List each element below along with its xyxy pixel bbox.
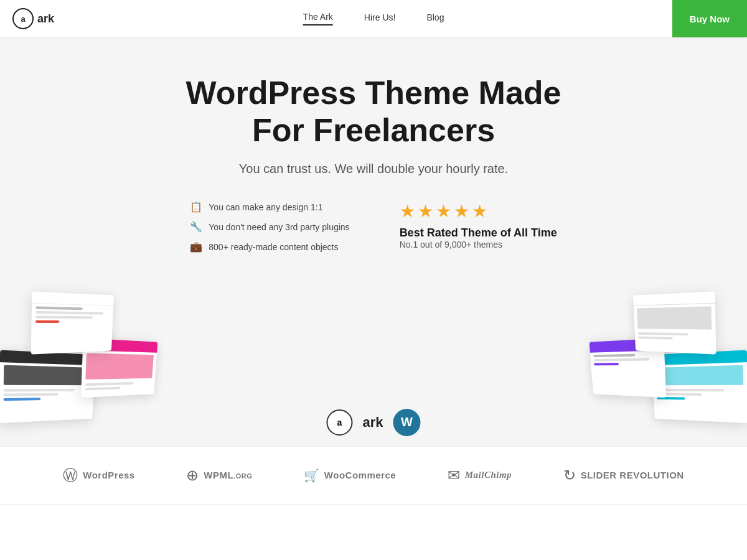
logo-a: a <box>21 14 25 24</box>
features-list: 📋 You can make any design 1:1 🔧 You don'… <box>190 201 349 253</box>
logo[interactable]: a ark <box>12 8 54 29</box>
slider-icon: ↻ <box>563 467 576 484</box>
feature-text-2: You don't need any 3rd party plugins <box>209 222 349 232</box>
section2-title: What can you create with The Ark? <box>37 554 710 560</box>
wordpress-icon: W <box>393 409 421 436</box>
feature-text-3: 800+ ready-made content objects <box>209 242 338 252</box>
copy-icon: 📋 <box>190 201 202 213</box>
brand-slider-revolution: ↻ SLIDER REVOLUTION <box>563 467 684 484</box>
mailchimp-icon: ✉ <box>448 467 460 484</box>
hero-subtitle: You can trust us. We will double your ho… <box>12 162 735 176</box>
brand-mailchimp-name: MailChimp <box>465 470 512 480</box>
star-2: ★ <box>418 201 433 222</box>
left-mockups <box>0 272 174 446</box>
center-logo-text: ark <box>362 414 383 431</box>
feature-item-3: 💼 800+ ready-made content objects <box>190 241 349 253</box>
nav-blog[interactable]: Blog <box>426 12 444 25</box>
hero-center-brand: a ark W <box>311 399 435 446</box>
rating-subtitle: No.1 out of 9,000+ themes <box>400 240 557 250</box>
mockup-card-right-3 <box>633 291 716 354</box>
brand-wpml-name: WPML.ORG <box>204 470 252 480</box>
mockup-card-left-3 <box>31 291 114 354</box>
wordpress-brand-icon: Ⓦ <box>63 465 78 485</box>
center-logo-a: a <box>337 418 342 427</box>
rating-title: Best Rated Theme of All Time <box>400 226 557 240</box>
star-4: ★ <box>454 201 469 222</box>
star-3: ★ <box>436 201 451 222</box>
nav-the-ark[interactable]: The Ark <box>303 12 333 26</box>
wpml-icon: ⊕ <box>186 467 199 484</box>
mockup-card-right-1 <box>652 350 747 423</box>
stars: ★ ★ ★ ★ ★ <box>400 201 557 222</box>
brand-wordpress-name: WordPress <box>83 470 134 480</box>
logo-circle: a <box>12 8 34 29</box>
mockup-area: a ark W <box>12 272 735 446</box>
brand-mailchimp: ✉ MailChimp <box>448 467 512 484</box>
hero-features: 📋 You can make any design 1:1 🔧 You don'… <box>12 201 735 253</box>
nav-hire-us[interactable]: Hire Us! <box>364 12 396 25</box>
brand-wordpress: Ⓦ WordPress <box>63 465 134 485</box>
site-header: a ark The Ark Hire Us! Blog Buy Now <box>0 0 747 37</box>
brand-woocommerce: 🛒 WooCommerce <box>304 468 396 483</box>
woo-icon: 🛒 <box>304 468 319 483</box>
feature-text-1: You can make any design 1:1 <box>209 202 322 212</box>
star-5: ★ <box>472 201 487 222</box>
main-nav: The Ark Hire Us! Blog <box>303 12 444 26</box>
buy-now-button[interactable]: Buy Now <box>672 0 747 37</box>
brand-slider-name: SLIDER REVOLUTION <box>581 470 684 480</box>
feature-item-1: 📋 You can make any design 1:1 <box>190 201 349 213</box>
brand-woo-name: WooCommerce <box>324 470 396 480</box>
rating-block: ★ ★ ★ ★ ★ Best Rated Theme of All Time N… <box>400 201 557 253</box>
brands-section: Ⓦ WordPress ⊕ WPML.ORG 🛒 WooCommerce ✉ M… <box>0 446 747 505</box>
section2: What can you create with The Ark? Finall… <box>0 505 747 560</box>
hero-title: WordPress Theme Made For Freelancers <box>156 75 591 149</box>
hero-section: WordPress Theme Made For Freelancers You… <box>0 37 747 446</box>
logo-text: ark <box>37 12 54 26</box>
brand-wpml: ⊕ WPML.ORG <box>186 467 252 484</box>
plugin-icon: 🔧 <box>190 221 202 233</box>
content-icon: 💼 <box>190 241 202 253</box>
feature-item-2: 🔧 You don't need any 3rd party plugins <box>190 221 349 233</box>
star-1: ★ <box>400 201 415 222</box>
center-logo-circle: a <box>326 409 352 436</box>
right-mockups <box>573 272 747 446</box>
